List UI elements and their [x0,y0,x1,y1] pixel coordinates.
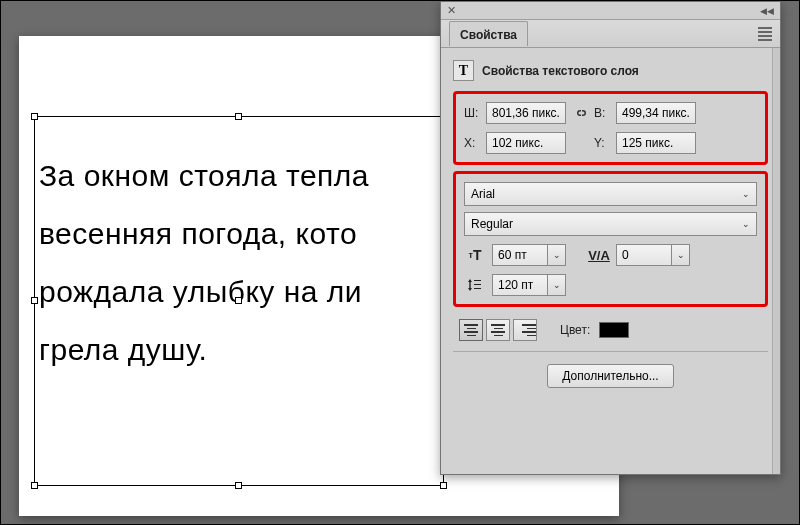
transform-group: Ш: 801,36 пикс. В: 499,34 пикс. X: 102 п… [453,91,768,165]
text-line: За окном стояла тепла [39,159,369,192]
character-group: Arial⌄ Regular⌄ тT 60 пт⌄ V/A 0⌄ [453,171,768,307]
chevron-down-icon[interactable]: ⌄ [548,244,566,266]
font-style-select[interactable]: Regular⌄ [464,212,757,236]
properties-panel: ✕ ◀◀ Свойства T Свойства текстового слоя… [440,1,781,475]
align-right-button[interactable] [513,319,537,341]
resize-handle[interactable] [235,482,242,489]
text-layer-content[interactable]: За окном стояла тепла весенняя погода, к… [35,117,443,383]
chevron-down-icon: ⌄ [738,189,750,199]
chevron-down-icon[interactable]: ⌄ [548,274,566,296]
font-size-icon: тT [464,247,486,263]
chevron-down-icon: ⌄ [738,219,750,229]
text-frame[interactable]: За окном стояла тепла весенняя погода, к… [34,116,444,486]
collapse-icon[interactable]: ◀◀ [760,6,774,16]
text-line: рождала улыбку на ли [39,275,362,308]
leading-icon [464,277,486,293]
tab-properties[interactable]: Свойства [449,21,528,46]
x-label: X: [464,136,480,150]
panel-titlebar[interactable]: ✕ ◀◀ [441,2,780,20]
text-line: грела душу. [39,333,207,366]
close-icon[interactable]: ✕ [447,4,456,17]
type-layer-icon: T [453,60,474,81]
resize-handle[interactable] [440,482,447,489]
height-label: В: [594,106,610,120]
chevron-down-icon[interactable]: ⌄ [672,244,690,266]
y-field[interactable]: 125 пикс. [616,132,696,154]
leading-stepper[interactable]: 120 пт⌄ [492,274,566,296]
resize-handle[interactable] [235,113,242,120]
tracking-icon: V/A [588,248,610,263]
height-field[interactable]: 499,34 пикс. [616,102,696,124]
resize-handle[interactable] [31,297,38,304]
x-field[interactable]: 102 пикс. [486,132,566,154]
resize-handle[interactable] [31,113,38,120]
font-size-stepper[interactable]: 60 пт⌄ [492,244,566,266]
menu-icon[interactable] [758,25,772,43]
anchor-handle[interactable] [235,297,242,304]
y-label: Y: [594,136,610,150]
align-left-button[interactable] [459,319,483,341]
section-header: T Свойства текстового слоя [453,60,768,81]
section-title: Свойства текстового слоя [482,64,639,78]
color-label: Цвет: [560,323,590,337]
panel-tabs: Свойства [441,20,780,48]
resize-handle[interactable] [31,482,38,489]
color-swatch[interactable] [599,322,629,338]
panel-scrollbar[interactable] [772,48,780,474]
link-icon[interactable] [572,105,588,121]
paragraph-group: Цвет: [453,313,768,352]
advanced-button[interactable]: Дополнительно... [547,364,673,388]
width-field[interactable]: 801,36 пикс. [486,102,566,124]
width-label: Ш: [464,106,480,120]
tracking-stepper[interactable]: 0⌄ [616,244,690,266]
align-center-button[interactable] [486,319,510,341]
font-family-select[interactable]: Arial⌄ [464,182,757,206]
text-line: весенняя погода, кото [39,217,357,250]
